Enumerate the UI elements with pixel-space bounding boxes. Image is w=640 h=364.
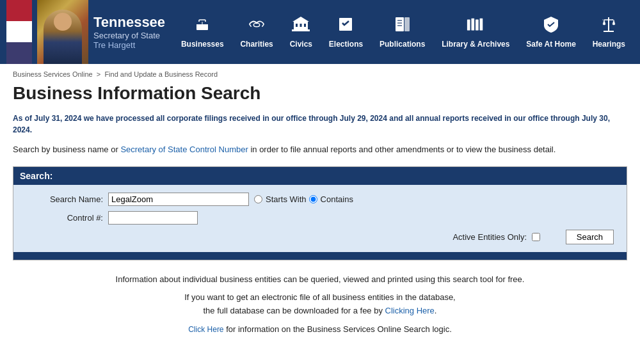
breadcrumb-link-2[interactable]: Find and Update a Business Record <box>104 70 218 78</box>
logo-area: Tennessee Secretary of State Tre Hargett <box>0 0 166 64</box>
search-footer <box>13 252 627 260</box>
nav-item-elections[interactable]: Elections <box>325 10 367 54</box>
info-line2: If you want to get an electronic file of… <box>13 291 627 318</box>
ballot-icon <box>336 15 355 37</box>
nav-item-publications[interactable]: Publications <box>376 10 429 54</box>
svg-rect-8 <box>296 24 298 27</box>
breadcrumb: Business Services Online > Find and Upda… <box>0 64 640 81</box>
search-box: Search: Search Name: Starts With Contain… <box>13 166 627 260</box>
svg-rect-10 <box>304 24 306 27</box>
desc-before: Search by business name or <box>13 145 120 154</box>
info-section: Information about individual business en… <box>13 273 627 336</box>
nav-label-hearings: Hearings <box>593 40 625 49</box>
active-entities-row: Active Entities Only: Search <box>20 230 620 244</box>
search-name-row: Search Name: Starts With Contains <box>20 193 620 206</box>
desc-after: in order to file annual reports and othe… <box>248 145 556 154</box>
search-name-input[interactable] <box>108 193 249 206</box>
svg-marker-5 <box>292 17 309 22</box>
search-type-radio-group: Starts With Contains <box>254 194 353 204</box>
contains-radio[interactable] <box>309 195 317 203</box>
svg-rect-17 <box>467 20 470 31</box>
person-name: Tre Hargett <box>93 40 165 50</box>
site-header: Tennessee Secretary of State Tre Hargett… <box>0 0 640 64</box>
svg-rect-20 <box>480 19 483 31</box>
nav-item-library-archives[interactable]: Library & Archives <box>438 10 513 54</box>
info-line3: Click Here for information on the Busine… <box>13 323 627 336</box>
header-title-block: Tennessee Secretary of State Tre Hargett <box>88 14 165 50</box>
svg-rect-18 <box>472 19 475 31</box>
breadcrumb-link-1[interactable]: Business Services Online <box>13 70 93 78</box>
nav-label-library-archives: Library & Archives <box>442 40 509 49</box>
nav-item-civics[interactable]: Civics <box>286 10 316 54</box>
handshake-icon <box>247 15 266 37</box>
book-icon <box>393 15 412 37</box>
click-here-link[interactable]: Click Here <box>188 325 223 334</box>
books-icon <box>466 15 485 37</box>
main-nav: Businesses Charities <box>166 10 640 54</box>
building-icon <box>291 15 310 37</box>
flag-icon <box>6 0 32 64</box>
sos-control-number-link[interactable]: Secretary of State Control Number <box>120 145 248 154</box>
nav-label-civics: Civics <box>290 40 312 49</box>
svg-rect-13 <box>404 17 410 31</box>
nav-item-charities[interactable]: Charities <box>236 10 276 54</box>
search-box-header: Search: <box>13 167 627 185</box>
search-area: Search: Search Name: Starts With Contain… <box>13 166 627 260</box>
control-input[interactable] <box>108 211 198 225</box>
nav-label-charities: Charities <box>240 40 273 49</box>
nav-label-elections: Elections <box>329 40 363 49</box>
svg-rect-12 <box>396 17 404 31</box>
starts-with-radio[interactable] <box>254 195 262 203</box>
nav-item-hearings[interactable]: Hearings <box>589 10 629 54</box>
search-name-label: Search Name: <box>20 194 103 204</box>
control-label: Control #: <box>20 213 103 223</box>
scales-icon <box>599 15 618 37</box>
search-box-body: Search Name: Starts With Contains Contro… <box>13 185 627 252</box>
notice-text: As of July 31, 2024 we have processed al… <box>13 113 627 136</box>
contains-label[interactable]: Contains <box>321 194 353 204</box>
nav-item-safe-at-home[interactable]: Safe At Home <box>522 10 580 54</box>
info-line2-after: the full database can be downloaded for … <box>204 306 385 315</box>
nav-label-businesses: Businesses <box>181 40 224 49</box>
svg-rect-9 <box>300 24 302 27</box>
starts-with-label[interactable]: Starts With <box>266 194 307 204</box>
nav-label-safe-at-home: Safe At Home <box>526 40 576 49</box>
page-title: Business Information Search <box>13 83 627 104</box>
description-text: Search by business name or Secretary of … <box>13 143 627 156</box>
dept-name: Secretary of State <box>93 31 165 40</box>
nav-item-businesses[interactable]: Businesses <box>177 10 228 54</box>
briefcase-icon <box>193 15 212 37</box>
clicking-here-link[interactable]: Clicking Here <box>385 306 435 315</box>
svg-rect-7 <box>292 29 310 31</box>
search-button[interactable]: Search <box>566 230 614 244</box>
state-name: Tennessee <box>93 14 165 31</box>
info-line3-after: for information on the Business Services… <box>226 324 452 334</box>
svg-rect-19 <box>476 20 479 31</box>
shield-icon <box>541 15 561 37</box>
active-entities-label: Active Entities Only: <box>444 232 527 242</box>
official-photo <box>37 0 88 64</box>
active-entities-checkbox[interactable] <box>532 233 540 241</box>
nav-label-publications: Publications <box>380 40 425 49</box>
control-row: Control #: <box>20 211 620 225</box>
info-line2-before: If you want to get an electronic file of… <box>184 292 455 302</box>
main-content: Business Information Search As of July 3… <box>0 81 640 354</box>
info-line1: Information about individual business en… <box>13 273 627 287</box>
